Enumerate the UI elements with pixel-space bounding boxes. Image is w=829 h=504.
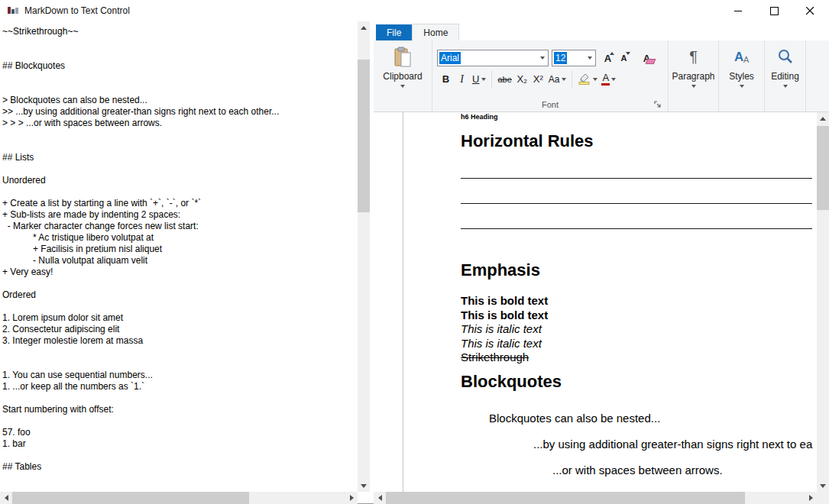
doc-h6-heading[interactable]: h6 Heading [461, 113, 498, 121]
editor-line[interactable]: - Nulla volutpat aliquam velit [2, 255, 358, 267]
editor-line[interactable]: + Very easy! [2, 267, 358, 278]
editor-line[interactable]: 1. Lorem ipsum dolor sit amet [2, 312, 358, 324]
doc-text-line[interactable]: Strikethrough [461, 351, 548, 365]
scroll-down-icon[interactable] [358, 480, 370, 492]
richtext-document[interactable]: h6 Heading Horizontal Rules Emphasis Thi… [374, 112, 817, 492]
chevron-down-icon [740, 85, 744, 88]
tab-home[interactable]: Home [412, 24, 459, 40]
font-size-combo[interactable]: 12 [552, 50, 596, 66]
editor-line[interactable] [2, 358, 358, 370]
horizontal-rule [461, 203, 812, 204]
highlight-color-button[interactable] [575, 71, 600, 88]
editor-line[interactable]: Ordered [2, 289, 358, 301]
blockquote-line[interactable]: ...by using additional greater-than sign… [533, 438, 812, 451]
strikethrough-button[interactable]: abe [495, 71, 513, 88]
scroll-left-icon[interactable] [0, 492, 12, 504]
scrollbar-thumb[interactable] [817, 126, 829, 210]
scrollbar-thumb[interactable] [12, 492, 249, 504]
underline-button[interactable]: U [470, 71, 488, 88]
editor-line[interactable] [2, 450, 358, 461]
editor-line[interactable]: + Facilisis in pretium nisl aliquet [2, 244, 358, 255]
chevron-down-icon[interactable] [584, 50, 595, 66]
chevron-down-icon[interactable] [536, 50, 548, 66]
clear-formatting-button[interactable]: A [639, 50, 655, 66]
styles-button[interactable]: A A Styles [719, 40, 764, 111]
subscript-button[interactable]: X₂ [514, 71, 530, 88]
editor-line[interactable]: 1. bar [2, 438, 358, 450]
paste-button[interactable]: Clipboard [374, 40, 432, 111]
editor-line[interactable]: + Create a list by starting a line with … [2, 198, 358, 209]
scroll-down-icon[interactable] [817, 480, 829, 492]
editor-line[interactable] [2, 278, 358, 289]
font-name-combo[interactable]: Arial [437, 50, 549, 66]
doc-text-line[interactable]: This is bold text [461, 294, 548, 309]
scroll-up-icon[interactable] [817, 112, 829, 124]
editor-line[interactable] [2, 393, 358, 404]
scroll-right-icon[interactable] [345, 492, 358, 504]
editor-vertical-scrollbar[interactable] [358, 21, 370, 492]
scroll-right-icon[interactable] [805, 492, 817, 504]
minimize-button[interactable] [721, 0, 756, 21]
change-case-button[interactable]: Aa [546, 71, 569, 88]
maximize-button[interactable] [756, 0, 792, 21]
scroll-left-icon[interactable] [374, 492, 386, 504]
editor-line[interactable]: 1. ...or keep all the numbers as `1.` [2, 381, 358, 393]
markdown-editor[interactable]: ~~Strikethrough~~## Blockquotes> Blockqu… [0, 21, 358, 492]
blockquote-line[interactable]: ...or with spaces between arrows. [552, 464, 723, 477]
editor-line[interactable]: 3. Integer molestie lorem at massa [2, 335, 358, 347]
editor-line[interactable]: 57. foo [2, 427, 358, 438]
editor-line[interactable] [2, 415, 358, 427]
editor-line[interactable] [2, 129, 358, 141]
editor-line[interactable]: + Sub-lists are made by indenting 2 spac… [2, 209, 358, 221]
editor-line[interactable]: * Ac tristique libero volutpat at [2, 232, 358, 244]
blockquote-line[interactable]: Blockquotes can also be nested... [489, 412, 660, 425]
font-dialog-launcher[interactable] [653, 100, 662, 109]
editor-line[interactable]: ## Lists [2, 152, 358, 163]
editor-line[interactable]: ~~Strikethrough~~ [2, 26, 358, 37]
editor-line[interactable]: >> ...by using additional greater-than s… [2, 106, 358, 118]
editor-line[interactable] [2, 347, 358, 358]
editor-horizontal-scrollbar[interactable] [0, 492, 358, 504]
editor-line[interactable] [2, 72, 358, 83]
editor-line[interactable]: 2. Consectetur adipiscing elit [2, 324, 358, 335]
tab-file[interactable]: File [376, 24, 412, 40]
window-controls [721, 0, 828, 21]
font-color-button[interactable]: A [600, 71, 618, 88]
chevron-down-icon [691, 85, 696, 88]
editor-line[interactable] [2, 141, 358, 152]
editor-line[interactable]: Start numbering with offset: [2, 404, 358, 415]
shrink-font-button[interactable]: A [616, 50, 632, 66]
doc-heading-blockquotes[interactable]: Blockquotes [461, 372, 562, 392]
superscript-button[interactable]: X² [530, 71, 546, 88]
doc-text-line[interactable]: This is bold text [461, 309, 548, 323]
grow-font-button[interactable]: A [600, 50, 616, 66]
editor-line[interactable] [2, 83, 358, 95]
paragraph-button[interactable]: ¶ Paragraph [669, 40, 718, 111]
editor-line[interactable] [2, 186, 358, 198]
scrollbar-thumb[interactable] [358, 60, 370, 212]
doc-text-line[interactable]: This is italic text [461, 337, 548, 351]
editor-line[interactable] [2, 301, 358, 312]
doc-heading-emphasis[interactable]: Emphasis [461, 260, 540, 280]
scrollbar-thumb[interactable] [386, 492, 745, 504]
doc-text-line[interactable]: This is italic text [461, 322, 548, 337]
editor-line[interactable] [2, 49, 358, 60]
italic-button[interactable]: I [454, 71, 470, 88]
paste-icon [393, 46, 412, 67]
editing-button[interactable]: Editing [765, 40, 805, 111]
close-button[interactable] [792, 0, 828, 21]
editor-line[interactable]: > > > ...or with spaces between arrows. [2, 118, 358, 129]
editor-line[interactable]: 1. You can use sequential numbers... [2, 370, 358, 381]
editor-line[interactable]: ## Tables [2, 461, 358, 473]
doc-heading-horizontal-rules[interactable]: Horizontal Rules [461, 131, 594, 151]
document-horizontal-scrollbar[interactable] [374, 492, 817, 504]
editor-line[interactable]: Unordered [2, 175, 358, 186]
document-vertical-scrollbar[interactable] [817, 112, 829, 492]
editor-line[interactable]: > Blockquotes can also be nested... [2, 95, 358, 106]
editor-line[interactable] [2, 163, 358, 175]
editor-line[interactable]: - Marker character change forces new lis… [2, 221, 358, 232]
scroll-up-icon[interactable] [358, 21, 370, 34]
bold-button[interactable]: B [438, 71, 454, 88]
editor-line[interactable]: ## Blockquotes [2, 60, 358, 72]
editor-line[interactable] [2, 37, 358, 49]
